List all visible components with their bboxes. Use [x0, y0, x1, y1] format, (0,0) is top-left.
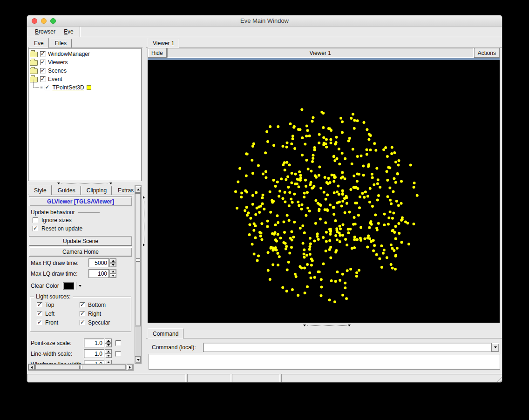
line-width-input[interactable]	[84, 349, 104, 358]
light-left-option[interactable]: Left	[37, 311, 80, 317]
ignore-sizes-checkbox[interactable]	[33, 217, 38, 223]
tab-style[interactable]: Style	[29, 185, 52, 195]
tab-files[interactable]: Files	[50, 39, 72, 47]
viewer-command-splitter[interactable]	[300, 323, 354, 328]
scroll-left-icon[interactable]	[28, 364, 35, 370]
minimize-button[interactable]	[41, 18, 47, 24]
eve-tree[interactable]: WindowManager Viewers Scenes Event ✳	[28, 48, 142, 181]
light-bottom-option[interactable]: Bottom	[80, 302, 131, 308]
spinner-up-icon[interactable]	[105, 339, 112, 343]
collapse-up-icon[interactable]	[57, 183, 60, 184]
pointset-color-swatch[interactable]	[87, 85, 91, 90]
panel-splitter[interactable]	[142, 38, 146, 373]
style-horizontal-scrollbar[interactable]	[28, 364, 134, 371]
splitter-dots[interactable]	[61, 183, 108, 183]
update-scene-button[interactable]: Update Scene	[29, 236, 132, 246]
command-tabs: Command	[146, 328, 502, 339]
collapse-right-icon[interactable]	[143, 244, 145, 246]
combo-dropdown-icon[interactable]	[491, 343, 499, 352]
tab-clipping[interactable]: Clipping	[81, 186, 112, 195]
light-specular-label: Specular	[88, 319, 110, 326]
point-size-checkbox[interactable]	[115, 340, 121, 346]
actions-button[interactable]: Actions	[474, 48, 500, 58]
point-size-input[interactable]	[84, 339, 104, 347]
style-vertical-scrollbar[interactable]	[135, 185, 142, 364]
tree-checkbox[interactable]	[45, 85, 50, 90]
tab-command[interactable]: Command	[148, 328, 183, 339]
tree-item-scenes[interactable]: Scenes	[30, 67, 141, 75]
light-front-checkbox[interactable]	[37, 320, 42, 325]
light-sources-group: Light sources: Top Bottom Left	[30, 297, 131, 332]
clear-color-row: Clear Color	[31, 282, 82, 290]
spinner-down-icon[interactable]	[105, 343, 112, 348]
light-specular-option[interactable]: Specular	[80, 319, 131, 326]
spinner-down-icon[interactable]	[109, 274, 116, 278]
tree-item-label[interactable]: Scenes	[48, 68, 67, 74]
tree-item-label[interactable]: WindowManager	[48, 51, 90, 57]
light-top-checkbox[interactable]	[37, 302, 42, 308]
hide-button[interactable]: Hide	[148, 48, 167, 58]
titlebar[interactable]: Eve Main Window	[27, 15, 502, 27]
max-lq-input[interactable]	[88, 269, 109, 278]
tree-item-tpointset3d[interactable]: ✳ TPointSet3D	[30, 83, 141, 92]
tree-item-windowmanager[interactable]: WindowManager	[30, 50, 141, 58]
clear-color-swatch[interactable]	[63, 282, 74, 290]
scroll-right-icon[interactable]	[127, 364, 133, 370]
collapse-down-icon[interactable]	[109, 183, 112, 184]
spinner-down-icon[interactable]	[105, 354, 112, 359]
clear-color-dropdown[interactable]	[76, 282, 82, 290]
scrollbar-thumb[interactable]	[135, 193, 141, 326]
scroll-down-icon[interactable]	[135, 356, 141, 363]
reset-on-update-option[interactable]: Reset on update	[33, 225, 82, 232]
light-right-checkbox[interactable]	[80, 311, 85, 317]
collapse-icon[interactable]	[348, 325, 351, 326]
scrollbar-thumb[interactable]	[35, 364, 126, 370]
gl-viewport[interactable]	[148, 60, 500, 323]
tab-viewer-1[interactable]: Viewer 1	[148, 38, 179, 48]
tab-eve[interactable]: Eve	[29, 38, 49, 48]
spinner-down-icon[interactable]	[109, 263, 116, 268]
light-bottom-checkbox[interactable]	[80, 302, 85, 308]
light-left-checkbox[interactable]	[37, 311, 42, 317]
tree-checkbox[interactable]	[40, 51, 46, 57]
collapse-right-icon[interactable]	[143, 196, 145, 199]
spinner-up-icon[interactable]	[109, 258, 116, 263]
light-sources-grid: Top Bottom Left Right	[30, 297, 131, 326]
light-top-option[interactable]: Top	[37, 302, 80, 308]
wireframe-width-spinner	[84, 360, 112, 364]
command-input[interactable]	[203, 343, 491, 352]
tree-item-event[interactable]: Event	[30, 75, 141, 83]
tree-checkbox[interactable]	[40, 76, 46, 82]
splitter-dots[interactable]	[307, 325, 346, 326]
tree-item-label[interactable]: Viewers	[48, 59, 68, 66]
close-button[interactable]	[32, 18, 37, 24]
line-width-checkbox[interactable]	[115, 351, 121, 357]
menu-browser[interactable]: Browser	[31, 27, 60, 36]
spinner-up-icon[interactable]	[105, 360, 112, 364]
scroll-up-icon[interactable]	[135, 186, 141, 193]
reset-on-update-checkbox[interactable]	[33, 226, 38, 231]
tree-checkbox[interactable]	[40, 68, 46, 74]
tree-checkbox[interactable]	[40, 60, 46, 65]
glviewer-link[interactable]: GLViewer [TGLSAViewer]	[29, 196, 132, 206]
tree-item-label[interactable]: TPointSet3D	[53, 84, 84, 91]
tree-item-label[interactable]: Event	[48, 76, 62, 82]
max-hq-input[interactable]	[88, 258, 109, 267]
wireframe-width-input[interactable]	[84, 360, 104, 364]
light-right-option[interactable]: Right	[80, 311, 131, 317]
collapse-icon[interactable]	[303, 325, 306, 326]
menu-eve[interactable]: Eve	[60, 27, 78, 36]
light-specular-checkbox[interactable]	[80, 320, 85, 325]
light-front-option[interactable]: Front	[37, 319, 80, 326]
ignore-sizes-option[interactable]: Ignore sizes	[33, 217, 72, 224]
camera-home-button[interactable]: Camera Home	[29, 247, 132, 257]
spinner-up-icon[interactable]	[105, 349, 112, 354]
folder-icon	[30, 52, 38, 57]
tab-guides[interactable]: Guides	[53, 186, 81, 195]
command-output[interactable]	[149, 354, 500, 370]
editor-tabs: Style Guides Clipping Extras	[28, 185, 134, 195]
spinner-up-icon[interactable]	[109, 269, 116, 274]
zoom-button[interactable]	[50, 18, 56, 24]
tree-item-viewers[interactable]: Viewers	[30, 58, 141, 67]
splitter-dots[interactable]	[144, 201, 144, 243]
